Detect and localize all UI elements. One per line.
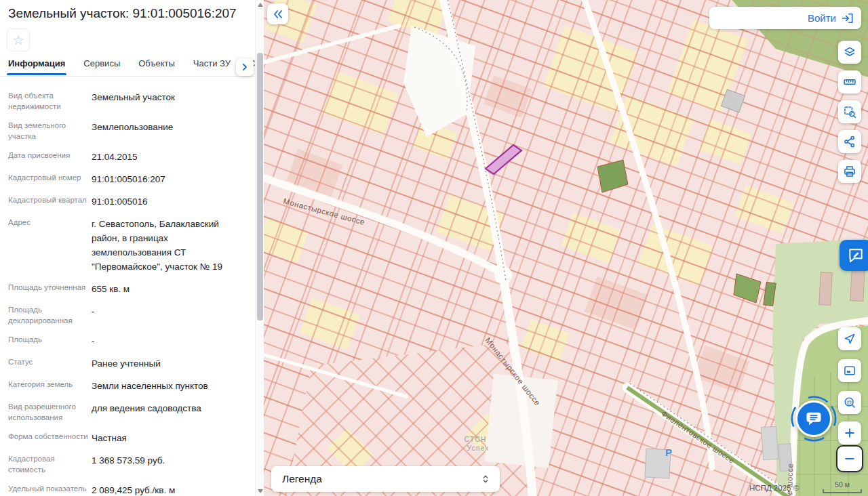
tab-Объекты[interactable]: Объекты [138, 58, 175, 75]
stcn-label-line1: СТСН [465, 435, 487, 443]
area-search-button[interactable] [838, 100, 861, 123]
tab-Части ЗУ[interactable]: Части ЗУ [193, 58, 231, 75]
field-label: Вид земельного участка [8, 120, 88, 142]
field-label: Адрес [8, 217, 88, 274]
field-row: Удельный показатель кадастровой стоимост… [8, 483, 248, 496]
scroll-up-arrow-icon[interactable] [258, 3, 263, 7]
page-title: Земельный участок: 91:01:005016:207 [8, 5, 250, 22]
share-icon [843, 135, 856, 148]
area-select-magnifier-icon [843, 105, 856, 119]
field-row: Категория земельЗемли населенных пунктов [8, 379, 248, 393]
locate-button[interactable] [838, 327, 861, 350]
feedback-button[interactable] [840, 240, 868, 271]
panel-scrollbar[interactable] [255, 0, 264, 496]
printer-icon [843, 165, 856, 178]
field-row: Форма собственностиЧастная [8, 431, 248, 445]
field-label: Вид объекта недвижимости [8, 90, 88, 112]
field-label: Площадь уточненная [8, 282, 88, 296]
field-row: Кадастровый квартал91:01:005016 [8, 194, 248, 209]
scroll-down-arrow-icon[interactable] [258, 489, 263, 493]
field-row: Площадь- [8, 334, 248, 348]
field-row: Площадь уточненная655 кв. м [8, 282, 248, 296]
tab-Информация[interactable]: Информация [8, 58, 65, 75]
legend-label: Легенда [282, 473, 322, 485]
field-label: Кадастровый номер [8, 172, 88, 186]
feedback-bubble-pencil-icon [847, 247, 865, 264]
layers-icon [843, 45, 856, 59]
field-label: Категория земель [8, 379, 88, 393]
field-label: Удельный показатель кадастровой стоимост… [8, 483, 88, 496]
panel-collapse-button[interactable] [267, 3, 288, 24]
stcn-label-line2: Успех [467, 444, 490, 452]
field-label: Статус [8, 356, 88, 371]
field-value: для ведения садоводства [92, 401, 248, 423]
svg-text:@: @ [846, 399, 852, 405]
tab-bar: ИнформацияСервисыОбъектыЧасти ЗУСоста [0, 58, 255, 77]
star-icon: ☆ [12, 33, 24, 48]
field-list: Вид объекта недвижимостиЗемельный участо… [8, 90, 248, 496]
field-label: Кадастровая стоимость [8, 453, 88, 475]
login-label: Войти [808, 12, 836, 24]
layers-button[interactable] [838, 41, 861, 64]
field-label: Вид разрешенного использования [8, 401, 88, 423]
field-label: Площадь декларированная [8, 304, 88, 326]
field-row: Вид разрешенного использованиядля ведени… [8, 401, 248, 423]
address-search-button[interactable]: @ [838, 391, 861, 414]
object-info-panel: Земельный участок: 91:01:005016:207 ☆ Ин… [0, 0, 255, 496]
zoom-in-button[interactable] [838, 421, 861, 445]
field-row: Адресг. Севастополь, Балаклавский район,… [8, 217, 248, 274]
expand-collapse-chevrons-icon [480, 474, 491, 484]
overview-map-button[interactable] [838, 359, 861, 382]
field-row: Кадастровый номер91:01:005016:207 [8, 172, 248, 186]
chat-bubble-icon [804, 409, 823, 428]
scrollbar-thumb[interactable] [257, 53, 263, 321]
minus-icon [843, 452, 856, 466]
cadastral-map[interactable]: Монастырское шоссе Монастырское шоссе Фи… [264, 0, 868, 496]
field-value: 2 089,425 руб./кв. м [92, 483, 248, 496]
plus-icon [843, 426, 856, 440]
app-window: Монастырское шоссе Монастырское шоссе Фи… [0, 0, 868, 496]
field-value: 91:01:005016:207 [92, 172, 248, 186]
favorite-button[interactable]: ☆ [7, 28, 30, 51]
double-chevron-left-icon [271, 7, 285, 21]
chevron-right-icon [241, 64, 248, 70]
field-label: Дата присвоения [8, 150, 88, 164]
parking-icon: Р [665, 447, 672, 458]
field-value: Земли населенных пунктов [92, 379, 248, 393]
field-value: Землепользование [92, 120, 248, 142]
field-label: Кадастровый квартал [8, 194, 88, 209]
field-value: Частная [92, 431, 248, 445]
zoom-out-button[interactable] [836, 445, 863, 472]
field-row: Площадь декларированная- [8, 304, 248, 326]
legend-toggle[interactable]: Легенда [271, 466, 500, 492]
field-label: Площадь [8, 334, 88, 348]
field-value: Земельный участок [92, 90, 248, 112]
field-value: 655 кв. м [92, 282, 248, 296]
share-button[interactable] [838, 130, 861, 153]
ruler-icon [843, 75, 856, 89]
tabs-scroll-next-button[interactable] [236, 58, 254, 76]
field-label: Форма собственности [8, 431, 88, 445]
my-location-arrow-icon [843, 332, 856, 346]
field-value: Ранее учтенный [92, 356, 248, 371]
field-value: 91:01:005016 [92, 194, 248, 209]
mini-map-icon [843, 364, 856, 377]
field-row: Вид земельного участкаЗемлепользование [8, 120, 248, 142]
field-row: Дата присвоения21.04.2015 [8, 150, 248, 164]
map-attribution: НСПД 2025 © [749, 484, 800, 492]
field-value: 1 368 573,59 руб. [92, 453, 248, 475]
login-button[interactable]: Войти [709, 7, 861, 29]
field-row: Кадастровая стоимость1 368 573,59 руб. [8, 453, 248, 475]
measure-button[interactable] [838, 70, 861, 94]
field-row: Вид объекта недвижимостиЗемельный участо… [8, 90, 248, 112]
tab-Сервисы[interactable]: Сервисы [83, 58, 120, 75]
print-button[interactable] [838, 160, 861, 183]
field-row: СтатусРанее учтенный [8, 356, 248, 371]
field-value: - [92, 334, 248, 348]
field-value: - [92, 304, 248, 326]
scale-label: 50 м [835, 480, 850, 489]
login-icon [841, 12, 854, 25]
address-search-icon: @ [843, 396, 856, 409]
field-value: 21.04.2015 [92, 150, 248, 164]
chat-assistant-button[interactable] [795, 400, 832, 437]
